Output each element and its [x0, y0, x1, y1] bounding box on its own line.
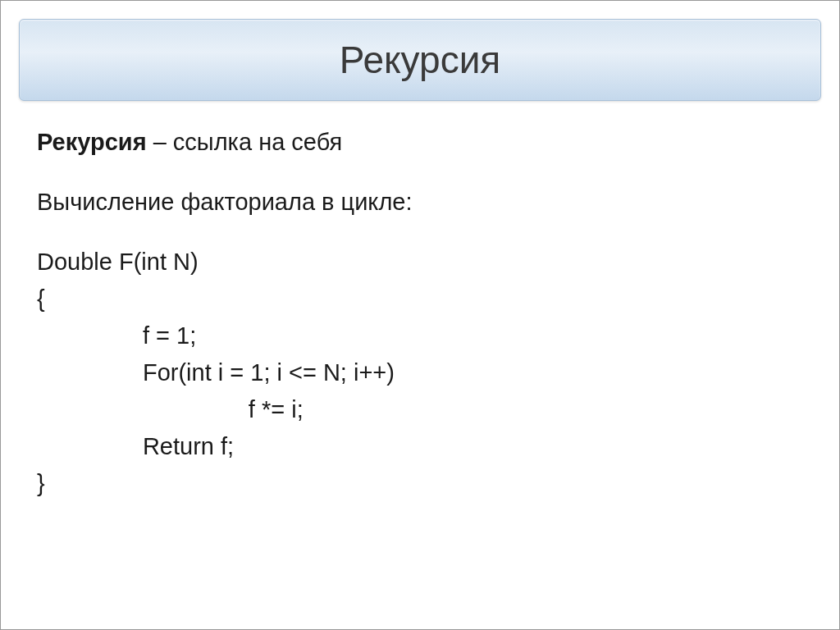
- definition-description: ссылка на себя: [173, 129, 342, 155]
- section-heading: Вычисление факториала в цикле:: [37, 184, 803, 221]
- code-line-7: }: [37, 470, 45, 496]
- definition-term: Рекурсия: [37, 129, 147, 155]
- content-area: Рекурсия – ссылка на себя Вычисление фак…: [1, 101, 839, 524]
- definition-separator: –: [147, 129, 173, 155]
- definition-line: Рекурсия – ссылка на себя: [37, 124, 803, 161]
- code-line-4: For(int i = 1; i <= N; i++): [37, 359, 395, 386]
- code-block: Double F(int N) { f = 1; For(int i = 1; …: [37, 244, 803, 502]
- title-bar: Рекурсия: [19, 19, 821, 101]
- code-line-5: f *= i;: [37, 396, 304, 422]
- code-line-2: {: [37, 285, 45, 312]
- code-line-6: Return f;: [37, 433, 234, 459]
- code-line-3: f = 1;: [37, 322, 196, 349]
- slide-container: Рекурсия Рекурсия – ссылка на себя Вычис…: [0, 0, 840, 630]
- code-line-1: Double F(int N): [37, 249, 199, 275]
- slide-title: Рекурсия: [20, 38, 820, 82]
